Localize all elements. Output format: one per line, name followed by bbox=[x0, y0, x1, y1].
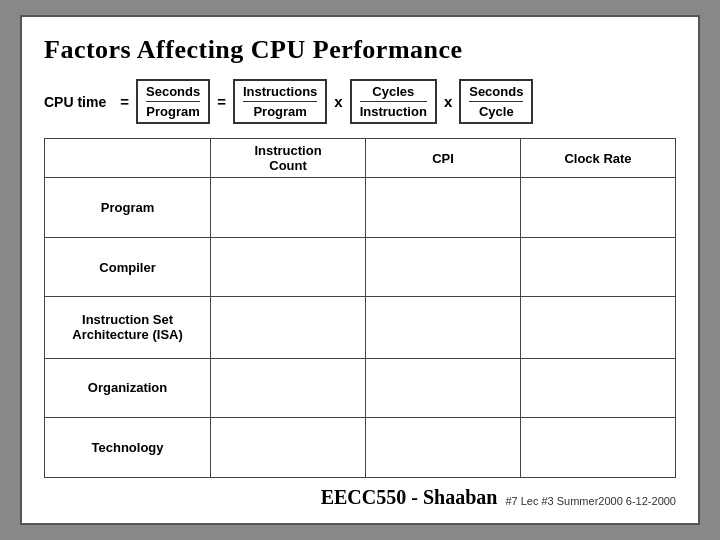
table-row: Technology bbox=[45, 418, 676, 478]
equals-sign: = bbox=[120, 93, 129, 110]
slide-title: Factors Affecting CPU Performance bbox=[44, 35, 676, 65]
col-cpi: CPI bbox=[366, 139, 521, 178]
row-label-program: Program bbox=[45, 178, 211, 238]
cell-org-ic bbox=[211, 358, 366, 418]
col-instruction-count: InstructionCount bbox=[211, 139, 366, 178]
term3-bottom: Instruction bbox=[360, 102, 427, 119]
formula-term2: Instructions Program bbox=[233, 79, 327, 124]
col-clock-rate: Clock Rate bbox=[520, 139, 675, 178]
formula-term1: Seconds Program bbox=[136, 79, 210, 124]
times-sign2: x bbox=[444, 93, 452, 110]
col-empty bbox=[45, 139, 211, 178]
cell-tech-cpi bbox=[366, 418, 521, 478]
table-row: Program bbox=[45, 178, 676, 238]
cell-org-cpi bbox=[366, 358, 521, 418]
formula-term3: Cycles Instruction bbox=[350, 79, 437, 124]
term4-top: Seconds bbox=[469, 84, 523, 102]
cell-compiler-ic bbox=[211, 237, 366, 297]
table-row: Instruction SetArchitecture (ISA) bbox=[45, 297, 676, 358]
times-sign1: x bbox=[334, 93, 342, 110]
cell-isa-cr bbox=[520, 297, 675, 358]
row-label-isa: Instruction SetArchitecture (ISA) bbox=[45, 297, 211, 358]
row-label-organization: Organization bbox=[45, 358, 211, 418]
cell-program-ic bbox=[211, 178, 366, 238]
table-row: Organization bbox=[45, 358, 676, 418]
footer-sub-text: #7 Lec #3 Summer2000 6-12-2000 bbox=[505, 495, 676, 509]
term2-top: Instructions bbox=[243, 84, 317, 102]
term1-bottom: Program bbox=[146, 102, 199, 119]
cell-program-cpi bbox=[366, 178, 521, 238]
cell-isa-cpi bbox=[366, 297, 521, 358]
formula-term4: Seconds Cycle bbox=[459, 79, 533, 124]
footer-main-text: EECC550 - Shaaban bbox=[321, 486, 498, 509]
table-row: Compiler bbox=[45, 237, 676, 297]
row-label-technology: Technology bbox=[45, 418, 211, 478]
term3-top: Cycles bbox=[360, 84, 427, 102]
row-label-compiler: Compiler bbox=[45, 237, 211, 297]
cell-tech-cr bbox=[520, 418, 675, 478]
cell-program-cr bbox=[520, 178, 675, 238]
term2-bottom: Program bbox=[253, 102, 306, 119]
cpu-time-label: CPU time bbox=[44, 94, 106, 110]
term1-top: Seconds bbox=[146, 84, 200, 102]
term4-bottom: Cycle bbox=[479, 102, 514, 119]
cell-compiler-cpi bbox=[366, 237, 521, 297]
cell-tech-ic bbox=[211, 418, 366, 478]
formula-row: CPU time = Seconds Program = Instruction… bbox=[44, 79, 676, 124]
cell-org-cr bbox=[520, 358, 675, 418]
footer: EECC550 - Shaaban #7 Lec #3 Summer2000 6… bbox=[44, 486, 676, 509]
equals-sign2: = bbox=[217, 93, 226, 110]
cell-isa-ic bbox=[211, 297, 366, 358]
slide: Factors Affecting CPU Performance CPU ti… bbox=[20, 15, 700, 525]
main-table: InstructionCount CPI Clock Rate Program … bbox=[44, 138, 676, 478]
cell-compiler-cr bbox=[520, 237, 675, 297]
